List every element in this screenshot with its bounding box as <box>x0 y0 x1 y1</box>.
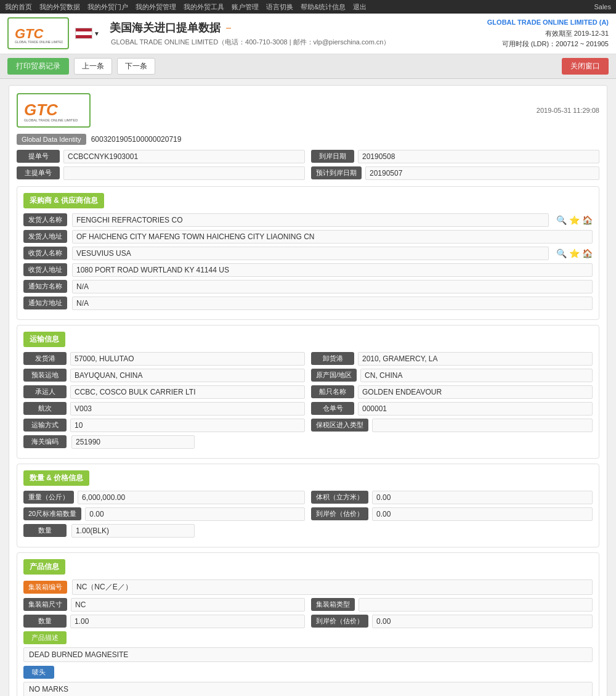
bonded-field: 保税区进入类型 <box>311 419 593 432</box>
quantity-label: 数量 <box>23 524 67 537</box>
est-arrival-value: 20190507 <box>365 166 599 180</box>
carrier-vessel-row: 承运人 CCBC, COSCO BULK CARRIER LTI 船只名称 GO… <box>23 385 593 399</box>
product-section: 产品信息 集装箱编号 NC（NC／E／） 集装箱尺寸 NC 集装箱类型 <box>17 552 599 696</box>
vessel-label: 船只名称 <box>311 385 354 398</box>
container-no-label: 集装箱编号 <box>23 581 67 594</box>
bonded-value <box>372 419 593 432</box>
home-icon-2[interactable]: 🏠 <box>582 248 593 258</box>
voyage-value: V003 <box>70 402 305 416</box>
unit-price-label: 到岸价（估价） <box>311 615 368 628</box>
page-title: 美国海关进口提单数据 <box>110 20 221 35</box>
consignee-name-row: 收货人名称 VESUVIUS USA 🔍 ⭐ 🏠 <box>23 247 593 260</box>
nav-portal[interactable]: 我的外贸门户 <box>87 2 128 12</box>
company-info: GLOBAL TRADE ONLINE LIMITED（电话：400-710-3… <box>111 38 391 47</box>
close-button-top[interactable]: 关闭窗口 <box>562 58 609 75</box>
nav-language[interactable]: 语言切换 <box>266 2 293 12</box>
search-icon[interactable]: 🔍 <box>556 215 567 225</box>
notify-name-row: 通知方名称 N/A <box>23 280 593 293</box>
search-icon-2[interactable]: 🔍 <box>556 248 567 258</box>
nav-account[interactable]: 账户管理 <box>232 2 259 12</box>
nav-management[interactable]: 我的外贸管理 <box>136 2 176 12</box>
shipper-addr-row: 发货人地址 OF HAICHENG CITY MAFENG TOWN HAICH… <box>23 230 593 244</box>
prod-qty-label: 数量 <box>23 615 67 628</box>
prod-qty-price-row: 数量 1.00 到岸价（估价） 0.00 <box>23 615 593 628</box>
flag-area[interactable]: ▼ <box>75 28 100 39</box>
title-dash: － <box>223 20 234 35</box>
supplier-section: 采购商 & 供应商信息 发货人名称 FENGCHI REFRACTORIES C… <box>17 186 599 320</box>
desc-value: DEAD BURNED MAGNESITE <box>23 647 593 662</box>
prev-button-top[interactable]: 上一条 <box>74 58 112 75</box>
customs-code-value: 251990 <box>71 435 195 449</box>
teu20-field: 20尺标准箱数量 0.00 <box>23 507 305 521</box>
volume-field: 体积（立方米） 0.00 <box>311 491 593 504</box>
record-header: GTC GLOBAL TRADE ONLINE LIMITED 2019-05-… <box>17 93 599 128</box>
gdi-value: 6003201905100000020719 <box>91 135 182 144</box>
nav-tools[interactable]: 我的外贸工具 <box>184 2 224 12</box>
next-button-top[interactable]: 下一条 <box>117 58 155 75</box>
star-icon-2[interactable]: ⭐ <box>569 248 580 258</box>
arrival-price-label: 到岸价（估价） <box>311 507 368 520</box>
print-button-top[interactable]: 打印贸易记录 <box>7 58 69 75</box>
transport-mode-label: 运输方式 <box>23 419 67 432</box>
dest-port-label: 卸货港 <box>311 352 354 365</box>
nav-logout[interactable]: 退出 <box>353 2 367 12</box>
nav-trade-data[interactable]: 我的外贸数据 <box>39 2 80 12</box>
card-logo: GTC GLOBAL TRADE ONLINE LIMITED <box>17 93 91 128</box>
customs-code-label: 海关编码 <box>23 435 67 448</box>
nav-home[interactable]: 我的首页 <box>5 2 32 12</box>
dest-port-value: 2010, GRAMERCY, LA <box>358 352 593 366</box>
star-icon[interactable]: ⭐ <box>569 215 580 225</box>
page-header: GTC GLOBAL TRADE ONLINE LIMITED ▼ 美国海关进口… <box>0 14 616 54</box>
consignee-addr-value: 1080 PORT ROAD WURTLAND KY 41144 US <box>72 263 593 277</box>
desc-row: 产品描述 <box>23 631 593 644</box>
teu-price-row: 20尺标准箱数量 0.00 到岸价（估价） 0.00 <box>23 507 593 521</box>
warehouse-label: 仓单号 <box>311 402 354 415</box>
notify-name-value: N/A <box>72 280 593 293</box>
carrier-field: 承运人 CCBC, COSCO BULK CARRIER LTI <box>23 385 305 399</box>
origin-port-value: 57000, HULUTAO <box>70 352 305 366</box>
master-bill-value <box>63 166 305 180</box>
header-right: GLOBAL TRADE ONLINE LIMITED (A) 有效期至 201… <box>487 17 609 50</box>
consignee-addr-row: 收货人地址 1080 PORT ROAD WURTLAND KY 41144 U… <box>23 263 593 277</box>
company-name: GLOBAL TRADE ONLINE LIMITED (A) <box>487 17 609 28</box>
bill-no-value: CCBCCNYK1903001 <box>63 150 305 163</box>
loading-place-value: BAYUQUAN, CHINA <box>70 369 305 382</box>
svg-text:GLOBAL TRADE ONLINE LIMITED: GLOBAL TRADE ONLINE LIMITED <box>24 118 78 122</box>
notify-addr-value: N/A <box>72 297 593 310</box>
est-arrival-field: 预计到岸日期 20190507 <box>311 166 599 180</box>
arrival-price-field: 到岸价（估价） 0.00 <box>311 507 593 521</box>
logo-svg: GTC GLOBAL TRADE ONLINE LIMITED <box>14 21 63 46</box>
master-bill-label: 主提单号 <box>17 166 60 179</box>
shipper-name-value: FENGCHI REFRACTORIES CO <box>72 213 549 227</box>
svg-text:GLOBAL TRADE ONLINE LIMITED: GLOBAL TRADE ONLINE LIMITED <box>15 40 63 44</box>
record-logo: GTC GLOBAL TRADE ONLINE LIMITED <box>17 93 91 128</box>
dest-port-field: 卸货港 2010, GRAMERCY, LA <box>311 352 593 366</box>
desc-label: 产品描述 <box>23 631 67 644</box>
weight-label: 重量（公斤） <box>23 491 74 504</box>
home-icon[interactable]: 🏠 <box>582 215 593 225</box>
volume-label: 体积（立方米） <box>311 491 368 504</box>
master-bill-field: 主提单号 <box>17 166 305 180</box>
sales-label: Sales <box>594 3 611 10</box>
unit-price-value: 0.00 <box>372 615 593 628</box>
consignee-name-label: 收货人名称 <box>23 247 67 260</box>
weight-value: 6,000,000.00 <box>78 491 305 504</box>
vessel-value: GOLDEN ENDEAVOUR <box>358 385 593 399</box>
nav-help[interactable]: 帮助&统计信息 <box>301 2 346 12</box>
est-arrival-label: 预计到岸日期 <box>311 166 362 179</box>
container-type-label: 集装箱类型 <box>311 598 355 611</box>
gdi-label: Global Data Identity <box>17 134 86 145</box>
quantity-row: 数量 1.00(BLK) <box>23 524 593 538</box>
quantity-value: 1.00(BLK) <box>71 524 195 538</box>
notify-addr-row: 通知方地址 N/A <box>23 297 593 310</box>
consignee-name-value: VESUVIUS USA <box>72 247 549 260</box>
container-type-value <box>359 598 593 612</box>
ldr-range: 可用时段 (LDR)：200712 ~ 201905 <box>487 39 609 50</box>
warehouse-value: 000001 <box>358 402 593 416</box>
logo: GTC GLOBAL TRADE ONLINE LIMITED <box>7 17 69 49</box>
valid-until: 有效期至 2019-12-31 <box>487 28 609 39</box>
flag-dropdown[interactable]: ▼ <box>94 30 100 37</box>
shipper-addr-value: OF HAICHENG CITY MAFENG TOWN HAICHENG CI… <box>72 230 593 244</box>
bill-no-label: 提单号 <box>17 150 60 163</box>
top-toolbar: 打印贸易记录 上一条 下一条 关闭窗口 <box>0 54 616 79</box>
